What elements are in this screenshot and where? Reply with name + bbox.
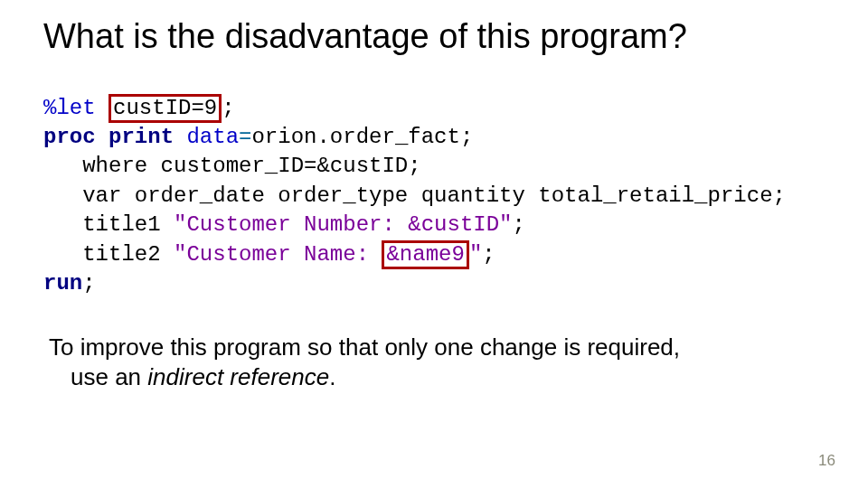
code-line: where customer_ID=&custID;: [43, 154, 421, 178]
code-string: "Customer Name:: [174, 242, 382, 267]
body-line2: use an indirect reference.: [49, 362, 814, 392]
slide-title: What is the disadvantage of this program…: [43, 16, 832, 58]
code-text: title2: [43, 242, 174, 267]
highlight-box-custid: custID=9: [108, 94, 222, 123]
highlight-box-name9: &name9: [382, 240, 468, 269]
code-kw-proc: proc: [43, 125, 96, 149]
code-text: ;: [482, 242, 495, 267]
body-line1: To improve this program so that only one…: [49, 333, 680, 361]
code-text: title1: [43, 212, 174, 237]
code-text: ;: [222, 96, 234, 120]
code-text: ;: [82, 271, 95, 296]
code-eq: =: [239, 125, 251, 149]
code-kw-data: data: [186, 125, 239, 149]
page-number: 16: [818, 452, 835, 470]
code-kw-run: run: [43, 271, 82, 296]
code-block: %let custID=9; proc print data=orion.ord…: [43, 94, 832, 299]
code-kw-print: print: [108, 125, 174, 149]
code-string: &name9: [386, 242, 464, 267]
code-text: ;: [513, 212, 525, 237]
code-kw-let: %let: [43, 96, 96, 120]
code-text: orion.order_fact;: [251, 125, 473, 149]
body-text-italic: indirect reference: [147, 363, 329, 390]
body-text-part: use an: [71, 363, 147, 390]
slide: What is the disadvantage of this program…: [0, 0, 868, 488]
code-line: var order_date order_type quantity total…: [43, 183, 786, 208]
body-text-part: .: [329, 363, 335, 390]
body-text: To improve this program so that only one…: [43, 333, 832, 391]
code-string: "Customer Number: &custID": [174, 212, 512, 237]
code-string: ": [469, 242, 482, 267]
